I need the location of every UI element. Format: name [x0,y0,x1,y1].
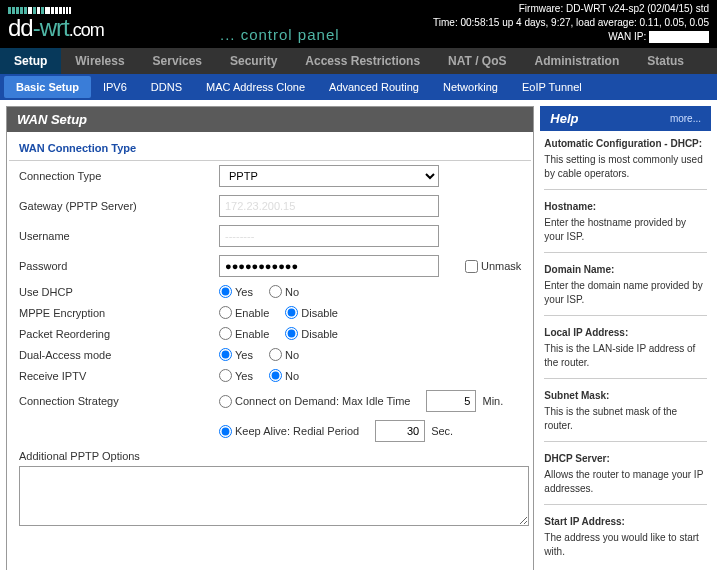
label-dual: Dual-Access mode [19,349,219,361]
logo-domain: .com [69,20,104,40]
help-item-title: Domain Name: [544,263,707,277]
dhcp-yes[interactable]: Yes [219,285,253,298]
unmask-label[interactable]: Unmask [465,260,521,273]
logo: dd-wrt.com [8,14,104,42]
help-item-desc: Allows the router to manage your IP addr… [544,469,703,494]
password-input[interactable] [219,255,439,277]
wanip-value [649,31,709,43]
help-title: Help [550,111,578,126]
label-gateway: Gateway (PPTP Server) [19,200,219,212]
help-body: Automatic Configuration - DHCP:This sett… [540,131,711,570]
username-input[interactable] [219,225,439,247]
section-title: WAN Setup [7,107,533,132]
label-connection-type: Connection Type [19,170,219,182]
reorder-disable[interactable]: Disable [285,327,338,340]
subtab-ddns[interactable]: DDNS [139,76,194,98]
main-panel: WAN Setup WAN Connection Type Connection… [6,106,534,570]
label-strategy: Connection Strategy [19,395,219,407]
mppe-enable[interactable]: Enable [219,306,269,319]
tab-nat-qos[interactable]: NAT / QoS [434,48,520,74]
fieldset-title: WAN Connection Type [9,132,531,161]
iptv-yes[interactable]: Yes [219,369,253,382]
additional-options-textarea[interactable] [19,466,529,526]
help-item-title: Local IP Address: [544,326,707,340]
mppe-disable[interactable]: Disable [285,306,338,319]
help-item-title: DHCP Server: [544,452,707,466]
label-username: Username [19,230,219,242]
tab-wireless[interactable]: Wireless [61,48,138,74]
tab-status[interactable]: Status [633,48,698,74]
subtab-mac-clone[interactable]: MAC Address Clone [194,76,317,98]
help-item-title: Subnet Mask: [544,389,707,403]
label-use-dhcp: Use DHCP [19,286,219,298]
strategy-keepalive[interactable]: Keep Alive: Redial Period [219,425,359,438]
status-block: Firmware: DD-WRT v24-sp2 (02/04/15) std … [433,2,709,44]
help-title-bar: Help more... [540,106,711,131]
help-item-desc: Enter the hostname provided by your ISP. [544,217,686,242]
tab-administration[interactable]: Administration [521,48,634,74]
tab-setup[interactable]: Setup [0,48,61,74]
label-iptv: Receive IPTV [19,370,219,382]
subtab-ipv6[interactable]: IPV6 [91,76,139,98]
connection-type-select[interactable]: PPTP [219,165,439,187]
time-text: Time: 00:58:15 up 4 days, 9:27, load ave… [433,16,709,30]
help-item-title: Start IP Address: [544,515,707,529]
label-mppe: MPPE Encryption [19,307,219,319]
unmask-checkbox[interactable] [465,260,478,273]
help-item-title: Hostname: [544,200,707,214]
reorder-enable[interactable]: Enable [219,327,269,340]
wanip-label: WAN IP: [608,31,646,42]
tab-access-restrictions[interactable]: Access Restrictions [291,48,434,74]
dhcp-no[interactable]: No [269,285,299,298]
gateway-input[interactable] [219,195,439,217]
tab-services[interactable]: Services [139,48,216,74]
help-item-desc: Enter the domain name provided by your I… [544,280,702,305]
help-item-desc: This is the LAN-side IP address of the r… [544,343,695,368]
help-item-desc: This setting is most commonly used by ca… [544,154,702,179]
label-additional: Additional PPTP Options [19,450,219,462]
help-sidebar: Help more... Automatic Configuration - D… [540,106,711,570]
sec-label: Sec. [431,425,453,437]
redial-input[interactable] [375,420,425,442]
subtab-basic-setup[interactable]: Basic Setup [4,76,91,98]
idle-time-input[interactable] [426,390,476,412]
iptv-no[interactable]: No [269,369,299,382]
dual-no[interactable]: No [269,348,299,361]
sub-tabs: Basic Setup IPV6 DDNS MAC Address Clone … [0,74,717,100]
label-password: Password [19,260,219,272]
help-item-title: Automatic Configuration - DHCP: [544,137,707,151]
subtab-networking[interactable]: Networking [431,76,510,98]
help-item-desc: This is the subnet mask of the router. [544,406,677,431]
header: dd-wrt.com ... control panel Firmware: D… [0,0,717,48]
tab-security[interactable]: Security [216,48,291,74]
tagline: ... control panel [220,26,340,43]
strategy-demand[interactable]: Connect on Demand: Max Idle Time [219,395,410,408]
logo-dd: dd [8,14,33,41]
label-reorder: Packet Reordering [19,328,219,340]
subtab-eoip-tunnel[interactable]: EoIP Tunnel [510,76,594,98]
dual-yes[interactable]: Yes [219,348,253,361]
subtab-advanced-routing[interactable]: Advanced Routing [317,76,431,98]
help-more-link[interactable]: more... [670,113,701,124]
main-tabs: Setup Wireless Services Security Access … [0,48,717,74]
min-label: Min. [482,395,503,407]
help-item-desc: The address you would like to start with… [544,532,699,557]
firmware-text: Firmware: DD-WRT v24-sp2 (02/04/15) std [433,2,709,16]
logo-wrt: -wrt [33,14,69,41]
